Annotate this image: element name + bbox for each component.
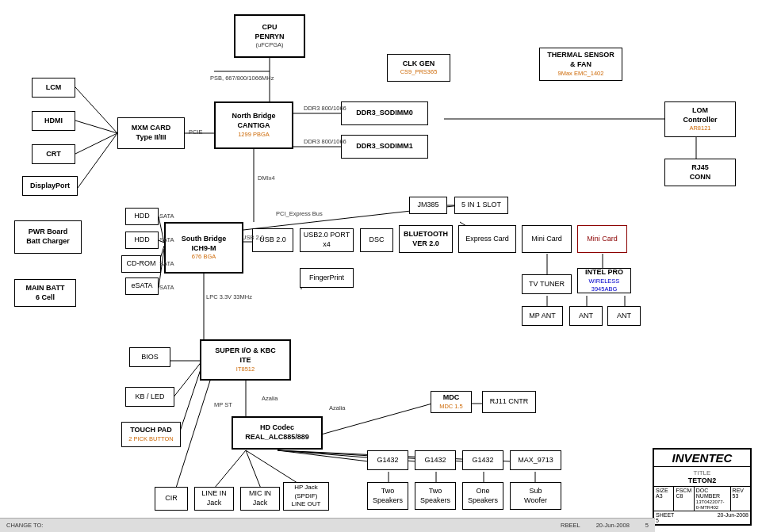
mic-in-label: MIC INJack [249, 489, 271, 507]
pwr-board-box: PWR BoardBatt Charger [14, 220, 82, 254]
svg-line-27 [278, 450, 369, 461]
size-val: A3 [656, 493, 663, 499]
touchpad-label: TOUCH PAD [130, 426, 172, 435]
jm385-label: JM385 [417, 201, 438, 210]
ant1-box: ANT [569, 306, 603, 326]
lpc-label: LPC 3.3V 33MHz [206, 293, 252, 300]
sub-woofer-label: SubWoofer [524, 487, 547, 505]
usb-port-box: USB2.0 PORTx4 [300, 228, 354, 252]
five-in-one-label: 5 IN 1 SLOT [461, 201, 501, 210]
g1432-1-label: G1432 [377, 456, 398, 465]
jm385-box: JM385 [409, 197, 447, 214]
mxm-label: MXM CARDType II/III [132, 124, 171, 142]
two-spk1-box: TwoSpeakers [367, 482, 408, 510]
bottom-bar: CHANGE TO: RBEEL 20-Jun-2008 5 [0, 518, 655, 532]
max9713-label: MAX_9713 [518, 456, 553, 465]
intel-pro-box: INTEL PRO WIRELESS 3945ABG [577, 268, 631, 293]
one-spk-box: OneSpeakers [462, 482, 503, 510]
rj11-label: RJ11 CNTR [490, 397, 529, 407]
south-bridge-label: South BridgeICH9-M [182, 235, 227, 253]
g1432-2-label: G1432 [424, 456, 446, 465]
cdrom-label: CD-ROM [127, 259, 156, 269]
main-batt-box: MAIN BATT6 Cell [14, 279, 76, 307]
bluetooth-label: BLUETOOTHVER 2.0 [404, 230, 448, 248]
usb-label: USB 2.0 [242, 234, 264, 241]
pci-express-label: PCI_Express Bus [276, 210, 323, 217]
svg-line-36 [246, 450, 261, 488]
lom-label: LOMController [683, 106, 717, 124]
svg-line-7 [75, 121, 117, 133]
bluetooth-box: BLUETOOTHVER 2.0 [399, 225, 453, 253]
g1432-1-box: G1432 [367, 450, 408, 470]
svg-line-8 [75, 133, 117, 154]
rev-val: 53 [733, 493, 739, 499]
azalia1-label: Azalia [329, 404, 345, 411]
north-bridge-label: North BridgeCANTIGA [232, 112, 276, 130]
svg-line-35 [214, 450, 246, 488]
cpu-label: CPU PENRYN [255, 23, 284, 41]
sata1-label: SATA [159, 212, 174, 220]
line-in-label: LINE INJack [201, 489, 227, 507]
ant1-label: ANT [579, 312, 593, 321]
board-title: TITLE TETON2 [654, 467, 750, 487]
mdc-label: MDC [443, 393, 460, 403]
kb-led-label: KB / LED [135, 392, 164, 402]
psb-label: PSB, 667/800/1066MHz [210, 75, 274, 82]
south-bridge-box: South BridgeICH9-M 676 BGA [164, 222, 243, 274]
g1432-3-box: G1432 [462, 450, 503, 470]
svg-line-23 [178, 365, 202, 436]
ant2-label: ANT [617, 312, 631, 321]
super-io-box: SUPER I/O & KBCITE IT8512 [200, 339, 291, 381]
date-val: 20-Jun-2008 [718, 512, 748, 518]
hp-jack-box: HP Jack(SPDIF)LINE OUT [283, 482, 329, 511]
svg-line-9 [78, 133, 117, 188]
svg-line-22 [173, 361, 202, 398]
hdd2-label: HDD [134, 235, 150, 245]
cdrom-box: CD-ROM [121, 255, 161, 273]
g1432-2-box: G1432 [415, 450, 456, 470]
azalia2-label: Azalia [262, 395, 278, 402]
mini-card1-label: Mini Card [531, 235, 562, 244]
ddr3-1-box: DDR3_SODIMM1 [341, 135, 428, 159]
cpu-box: CPU PENRYN (uFCPGA) [234, 14, 305, 58]
cs-val: C8 [676, 493, 683, 499]
tv-tuner-box: TV TUNER [522, 274, 572, 294]
hp-jack-label: HP Jack(SPDIF)LINE OUT [292, 484, 321, 508]
bios-box: BIOS [129, 347, 170, 367]
lom-sub: AR8121 [689, 124, 710, 132]
schematic-diagram: CPU PENRYN (uFCPGA) CLK GEN CS9_PRS365 T… [0, 0, 758, 532]
displayport-label: DisplayPort [30, 182, 70, 191]
sub-woofer-box: SubWoofer [510, 482, 561, 510]
crt-box: CRT [32, 144, 75, 164]
line-in-box: LINE INJack [194, 487, 234, 511]
mp-ant-label: MP ANT [529, 312, 555, 321]
hdmi-box: HDMI [32, 111, 75, 131]
fingerprint-box: FingerPrint [300, 268, 354, 288]
dsc-box: DSC [360, 228, 393, 252]
two-spk2-label: TwoSpeakers [420, 487, 450, 505]
sheet-val: 5 [656, 518, 659, 523]
mdc-box: MDC MDC 1.5 [431, 391, 472, 413]
pcie-label: PCIE [189, 128, 203, 136]
usb-port-label: USB2.0 PORTx4 [304, 231, 350, 249]
hdmi-label: HDMI [44, 117, 63, 126]
cir-label: CIR [165, 494, 178, 503]
batt-label: MAIN BATT6 Cell [26, 284, 65, 302]
doc-num: 13T0422077-0-MTR402 [696, 499, 725, 510]
g1432-3-label: G1432 [472, 456, 493, 465]
mxm-card-box: MXM CARDType II/III [117, 117, 185, 149]
north-bridge-sub: 1299 PBGA [238, 131, 270, 139]
super-io-label: SUPER I/O & KBCITE [215, 346, 276, 365]
cpu-sub: (uFCPGA) [255, 41, 283, 49]
company-name: INVENTEC [654, 450, 750, 467]
ddr3-1-label: DDR3_SODIMM1 [356, 142, 413, 151]
date-bottom: 20-Jun-2008 [596, 522, 630, 529]
hd-codec-box: HD CodecREAL_ALC885/889 [232, 416, 323, 450]
lcm-box: LCM [32, 78, 75, 98]
esata-label: eSATA [131, 281, 152, 291]
touchpad-box: TOUCH PAD 2 PICK BUTTON [121, 422, 181, 447]
change-label: CHANGE TO: [6, 522, 43, 529]
hdd2-box: HDD [125, 232, 159, 249]
thermal-label: THERMAL SENSOR& FAN [547, 51, 614, 69]
footer-row-2: SHEET5 20-Jun-2008 [654, 511, 750, 524]
